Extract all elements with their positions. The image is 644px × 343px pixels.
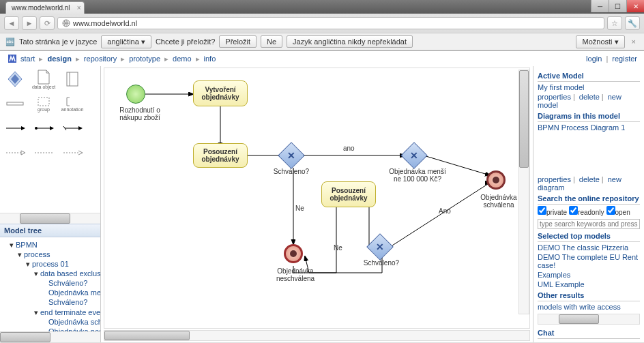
tree-obj-schv[interactable]: Objednávka schvále [42, 317, 99, 327]
end-event-fail[interactable] [284, 244, 303, 263]
diagram-canvas[interactable]: Rozhodnutí o nákupu zboží Vytvoření obje… [104, 68, 529, 328]
palette-message-flow[interactable] [3, 143, 27, 163]
translate-question: Chcete ji přeložit? [156, 38, 215, 46]
selected-model-1[interactable]: DEMO The classic Pizzeria [538, 243, 628, 252]
gateway-approved-2-label: Schváleno? [361, 259, 402, 267]
maximize-button[interactable]: ☐ [609, 0, 626, 12]
selected-model-4[interactable]: UML Example [538, 280, 585, 288]
forward-button[interactable]: ► [22, 16, 37, 30]
tree-process[interactable]: process [24, 250, 50, 258]
start-event-label: Rozhodnutí o nákupu zboží [113, 106, 167, 121]
reload-button[interactable]: ⟳ [40, 16, 55, 30]
edge-ano2-label: Ano [439, 207, 451, 215]
back-button[interactable]: ◄ [4, 16, 19, 30]
palette-directed-association[interactable] [60, 143, 85, 163]
svg-point-10 [35, 127, 38, 130]
canvas-area: Rozhodnutí o nákupu zboží Vytvoření obje… [101, 66, 533, 342]
task-create-order[interactable]: Vytvoření objednávky [193, 80, 248, 106]
search-readonly-label: readonly [578, 209, 604, 216]
search-title: Search the online repository [538, 194, 640, 205]
end-event-success-label: Objednávka schválena [473, 194, 525, 209]
canvas-vscrollbar[interactable] [518, 70, 529, 314]
diagram-edges [104, 68, 529, 328]
gateway-approved-2[interactable] [366, 233, 394, 260]
login-link[interactable]: login [586, 55, 602, 63]
canvas-hscrollbar[interactable] [104, 330, 530, 341]
palette-data-object[interactable]: data object [31, 69, 56, 89]
model-tree: ▾BPMN ▾process ▾process 01 ▾data based e… [0, 237, 100, 331]
palette-start-event[interactable] [3, 69, 27, 89]
active-model-name[interactable]: My first model [538, 83, 584, 91]
crumb-demo[interactable]: demo [173, 55, 192, 63]
wrench-button[interactable]: 🔧 [625, 16, 640, 30]
palette-lane[interactable] [60, 69, 85, 89]
palette-group[interactable]: group [31, 93, 56, 114]
diagram-delete-link[interactable]: delete [579, 175, 600, 183]
tab-title: www.modelworld.nl [12, 4, 70, 12]
selected-model-2[interactable]: DEMO The complete EU Rent case! [538, 253, 638, 269]
svg-rect-7 [38, 98, 49, 106]
other-results-title: Other results [538, 291, 640, 301]
palette-scrollbar[interactable] [0, 213, 100, 224]
diagram-link-1[interactable]: BPMN Process Diagram 1 [538, 123, 625, 132]
tree-schvaleno2[interactable]: Schváleno? [42, 297, 99, 307]
gateway-approved-1[interactable] [278, 142, 305, 169]
translate-icon: 🔤 [5, 38, 15, 46]
browser-tab[interactable]: www.modelworld.nl × [5, 1, 85, 14]
translate-prompt: Tato stránka je v jazyce [19, 38, 97, 46]
crumb-start[interactable]: start [20, 55, 35, 63]
crumb-repository[interactable]: repository [84, 55, 117, 63]
breadcrumb: start▸ design▸ repository▸ prototype▸ de… [20, 55, 216, 63]
translate-close-icon[interactable]: × [629, 38, 639, 46]
palette-sequence-flow-dot[interactable] [31, 118, 56, 138]
crumb-design[interactable]: design [47, 55, 71, 63]
edge-ano-label: ano [343, 145, 355, 152]
tree-dbe[interactable]: data based exclusive [40, 269, 100, 278]
crumb-info[interactable]: info [204, 55, 216, 63]
crumb-prototype[interactable]: prototype [129, 55, 160, 63]
register-link[interactable]: register [612, 55, 637, 63]
palette-annotation[interactable]: annotation [60, 93, 85, 114]
palette-sequence-flow[interactable] [3, 118, 27, 138]
task-review-order-1[interactable]: Posouzení objednávky [193, 143, 248, 168]
translate-options-button[interactable]: Možnosti ▾ [576, 35, 624, 48]
tree-process01[interactable]: process 01 [32, 260, 69, 268]
tree-schvaleno[interactable]: Schváleno? [42, 278, 99, 288]
bookmark-button[interactable]: ☆ [607, 16, 622, 30]
active-model-title: Active Model [538, 72, 640, 82]
close-button[interactable]: ✕ [626, 0, 644, 12]
tree-scrollbar[interactable] [0, 331, 100, 342]
tree-obj-nesch[interactable]: Objednávka neschv [42, 327, 99, 331]
search-private-checkbox[interactable] [538, 206, 546, 215]
tree-obj-mensi[interactable]: Objednávka menší n [42, 288, 99, 297]
tab-close-icon[interactable]: × [77, 4, 81, 12]
other-result-1[interactable]: models with write access [538, 303, 621, 311]
palette-pool[interactable] [3, 93, 27, 114]
search-open-checkbox[interactable] [606, 206, 615, 215]
translate-no-button[interactable]: Ne [261, 35, 282, 48]
minimize-button[interactable]: ─ [591, 0, 609, 12]
right-scrollbar[interactable] [538, 314, 640, 325]
palette-association[interactable] [31, 143, 56, 163]
model-properties-link[interactable]: properties [538, 93, 571, 101]
task-review-order-2[interactable]: Posouzení objednávky [321, 181, 376, 207]
url-input[interactable]: www.modelworld.nl [57, 17, 604, 29]
selected-model-3[interactable]: Examples [538, 271, 570, 279]
start-event[interactable] [126, 85, 145, 104]
palette-default-flow[interactable] [60, 118, 85, 138]
tree-ete[interactable]: end terminate event [40, 308, 100, 316]
translate-yes-button[interactable]: Přeložit [219, 35, 257, 48]
translate-never-button[interactable]: Jazyk angličtina nikdy nepřekládat [287, 35, 413, 48]
url-text: www.modelworld.nl [73, 19, 137, 27]
search-readonly-checkbox[interactable] [569, 206, 578, 215]
diagram-properties-link[interactable]: properties [538, 175, 571, 183]
svg-marker-12 [50, 126, 54, 130]
search-input[interactable] [538, 219, 640, 229]
right-panel: Active Model My first model properties| … [533, 66, 644, 342]
tree-bpmn[interactable]: BPMN [16, 241, 38, 249]
svg-rect-4 [67, 72, 78, 86]
gateway-amount[interactable] [400, 142, 428, 169]
translate-lang[interactable]: angličtina ▾ [101, 35, 151, 48]
model-delete-link[interactable]: delete [579, 93, 600, 101]
end-event-success[interactable] [486, 170, 506, 190]
